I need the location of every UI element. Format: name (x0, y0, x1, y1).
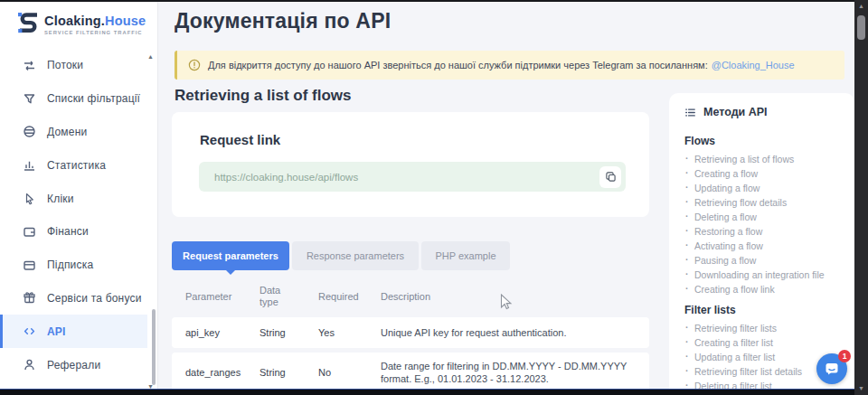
tabs-bar: Request parameters Response parameters P… (172, 241, 510, 270)
methods-section-title: Filter lists (684, 304, 847, 316)
col-description: Description (381, 291, 649, 302)
cell-description: Date range for filtering in DD.MM.YYYY -… (381, 360, 638, 385)
col-required: Required (318, 291, 381, 302)
methods-link[interactable]: Creating a filter list (684, 335, 847, 350)
table-row: api_key String Yes Unique API key for re… (172, 317, 649, 348)
cell-parameter: api_key (185, 327, 259, 338)
telegram-link[interactable]: @Cloaking_House (712, 60, 795, 71)
stats-icon (23, 158, 36, 172)
sidebar-item-referrals[interactable]: Реферали (0, 348, 147, 381)
methods-link[interactable]: Activating a flow (684, 239, 847, 253)
sidebar-nav: Потоки Списки фільтрації Домени Статисти… (0, 49, 158, 381)
param-table-rows: api_key String Yes Unique API key for re… (172, 317, 649, 389)
sidebar: Cloaking.House SERVICE FILTERING TRAFFIC… (0, 2, 158, 389)
filter-icon (23, 92, 36, 106)
logo[interactable]: Cloaking.House SERVICE FILTERING TRAFFIC (0, 2, 157, 37)
cell-parameter: date_ranges (185, 367, 259, 378)
methods-link[interactable]: Pausing a flow (684, 253, 847, 268)
sidebar-scroll-up-icon[interactable]: ▲ (147, 53, 154, 60)
sidebar-item-clicks[interactable]: Кліки (0, 182, 147, 215)
scroll-up-icon[interactable]: ▲ (854, 3, 868, 9)
info-banner: Для відкриття доступу до нашого API звер… (175, 51, 844, 80)
request-url: https://cloaking.house/api/flows (214, 172, 358, 183)
subscription-icon (23, 259, 36, 272)
logo-title: Cloaking.House (44, 14, 146, 28)
scroll-down-icon[interactable]: ▼ (854, 385, 868, 391)
sidebar-item-finance[interactable]: Фінанси (0, 215, 147, 249)
methods-link[interactable]: Downloading an integration file (684, 268, 847, 282)
methods-link[interactable]: Creating a flow (684, 166, 847, 181)
request-link-title: Request link (200, 132, 280, 147)
api-methods-panel: Методи API FlowsRetrieving a list of flo… (669, 93, 854, 395)
flows-icon (23, 59, 36, 72)
info-icon (188, 59, 201, 71)
methods-link[interactable]: Retrieving flow details (684, 195, 847, 210)
cell-description: Unique API key for request authenticatio… (381, 326, 638, 339)
methods-link[interactable]: Creating a flow link (684, 282, 847, 296)
methods-header: Методи API (669, 93, 854, 118)
chat-unread-badge: 1 (838, 350, 851, 362)
app-window: Cloaking.House SERVICE FILTERING TRAFFIC… (0, 0, 868, 395)
page-scrollbar[interactable]: ▲ ▼ (854, 0, 868, 395)
logo-icon (18, 12, 38, 37)
scrollbar-thumb[interactable] (857, 15, 865, 40)
logo-tagline: SERVICE FILTERING TRAFFIC (44, 30, 146, 35)
list-icon (684, 107, 696, 118)
param-table-header: Parameter Data type Required Description (172, 277, 649, 315)
copy-button[interactable] (599, 166, 621, 188)
col-parameter: Parameter (185, 291, 259, 302)
tab-request-parameters[interactable]: Request parameters (172, 241, 289, 270)
sidebar-item-statistics[interactable]: Статистика (0, 148, 147, 182)
cell-data-type: String (259, 367, 318, 378)
methods-link[interactable]: Updating a flow (684, 181, 847, 195)
methods-link[interactable]: Retrieving filter lists (684, 321, 847, 335)
methods-title: Методи API (703, 106, 768, 118)
api-icon (23, 324, 36, 338)
page-title: Документація по API (175, 9, 391, 33)
sidebar-scrollbar-thumb[interactable] (152, 309, 156, 385)
finance-icon (23, 225, 36, 239)
sidebar-item-subscription[interactable]: Підписка (0, 249, 147, 282)
sidebar-item-services[interactable]: Сервіси та бонуси (0, 282, 147, 315)
services-icon (23, 291, 36, 305)
methods-section-title: Flows (684, 135, 847, 147)
banner-text: Для відкриття доступу до нашого API звер… (208, 60, 708, 71)
cell-required: No (318, 367, 381, 378)
cell-required: Yes (318, 327, 381, 338)
methods-link[interactable]: Restoring a flow (684, 224, 847, 239)
chat-bubble-icon (824, 361, 840, 377)
tab-response-parameters[interactable]: Response parameters (292, 241, 419, 270)
sidebar-item-flows[interactable]: Потоки (0, 49, 147, 82)
copy-icon (605, 171, 617, 183)
window-bottom-edge (0, 389, 854, 395)
section-title: Retrieving a list of flows (175, 87, 352, 105)
request-link-card: Request link https://cloaking.house/api/… (172, 112, 649, 217)
table-row: date_ranges String No Date range for fil… (172, 353, 649, 389)
request-url-field[interactable]: https://cloaking.house/api/flows (199, 162, 626, 192)
methods-link[interactable]: Deleting a flow (684, 210, 847, 224)
cell-data-type: String (259, 327, 318, 338)
domains-icon (23, 125, 36, 138)
clicks-icon (23, 192, 36, 205)
sidebar-item-api[interactable]: API (0, 315, 147, 348)
sidebar-item-filter-lists[interactable]: Списки фільтрації (0, 82, 147, 116)
col-data-type: Data type (259, 285, 296, 308)
sidebar-item-domains[interactable]: Домени (0, 116, 147, 149)
window-top-edge (0, 0, 868, 2)
methods-link[interactable]: Retrieving a list of flows (684, 152, 847, 166)
tab-php-example[interactable]: PHP example (421, 241, 510, 270)
referrals-icon (23, 358, 36, 371)
